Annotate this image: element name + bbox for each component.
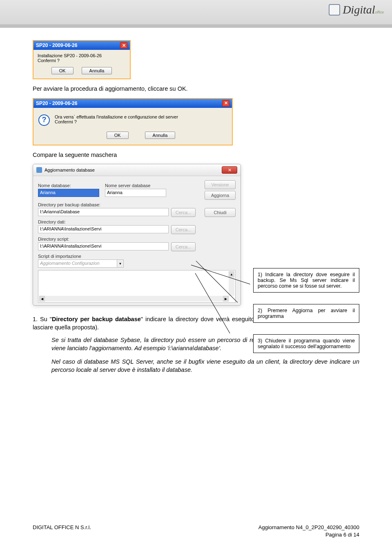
scrollbar-vertical[interactable]: ▲ — [229, 271, 234, 296]
select-script-import[interactable]: Aggiornamento Configurazion — [38, 259, 117, 268]
confirm-dialog-1: SP20 - 2009-06-26 ✕ Installazione SP20 -… — [33, 40, 131, 79]
label-script-import: Script di importazione — [38, 254, 124, 259]
input-dir-backup[interactable]: I:\Arianna\Database — [38, 208, 169, 216]
logo-subtext: office — [375, 10, 384, 14]
header-divider — [0, 25, 392, 28]
callout-2: 2) Premere Aggiorna per avviare il progr… — [253, 304, 359, 323]
close-icon[interactable]: ✕ — [120, 42, 127, 49]
dialog-message-line2: Confermi ? — [55, 119, 227, 124]
dialog-message-line1: Ora verra` effettuata l'installazione e … — [55, 114, 227, 119]
page-footer: DIGITAL OFFICE N S.r.l. Aggiornamento N4… — [33, 524, 359, 530]
logo-mark-icon — [329, 4, 340, 16]
chiudi-button[interactable]: Chiudi — [205, 208, 236, 217]
scroll-left-icon[interactable]: ◀ — [39, 296, 45, 302]
brand-logo: Digitaloffice — [329, 3, 384, 16]
label-dir-script: Directory script: — [38, 237, 196, 241]
versione-button[interactable]: Versione — [205, 180, 236, 189]
footer-doc-ref: Aggiornamento N4_0_2P20_40290_40300 — [258, 524, 359, 530]
app-icon — [36, 167, 42, 173]
dialog-title: SP20 - 2009-06-26 — [36, 42, 77, 48]
page-number: Pagina 6 di 14 — [325, 532, 359, 538]
db-update-window: Aggiornamento database ✕ Nome database: … — [33, 164, 241, 306]
scroll-up-icon[interactable]: ▲ — [229, 271, 234, 277]
dialog-titlebar: SP20 - 2009-06-26 ✕ — [33, 41, 130, 50]
scroll-right-icon[interactable]: ▶ — [223, 296, 229, 302]
paragraph-intro-2: Compare la seguente maschera — [33, 151, 359, 159]
label-nome-db: Nome database: — [38, 183, 99, 188]
ok-button[interactable]: OK — [107, 132, 129, 139]
input-nome-db[interactable]: Arianna — [38, 189, 99, 197]
scrollbar-horizontal[interactable]: ◀ ▶ — [39, 296, 229, 302]
label-nome-server: Nome server database — [105, 183, 166, 188]
close-icon[interactable]: ✕ — [222, 166, 237, 174]
dialog-message-line2: Confermi ? — [38, 58, 126, 63]
callout-1: 1) Indicare la directory dove eseguire i… — [253, 268, 359, 293]
input-dir-dati[interactable]: I:\ARIANNA\Installazione\Servi — [38, 225, 169, 233]
cerca-button[interactable]: Cerca... — [171, 208, 196, 217]
window-title: Aggiornamento database — [45, 168, 95, 172]
callout-3: 3) Chiudere il programma quando viene se… — [253, 334, 359, 353]
cancel-button[interactable]: Annulla — [145, 132, 176, 139]
cancel-button[interactable]: Annulla — [82, 67, 112, 74]
callouts-group: 1) Indicare la directory dove eseguire i… — [253, 268, 359, 364]
label-dir-backup: Directory per backup database: — [38, 202, 196, 207]
window-titlebar: Aggiornamento database ✕ — [33, 164, 241, 176]
cerca-button[interactable]: Cerca... — [171, 242, 196, 251]
input-nome-server[interactable]: Arianna — [105, 189, 166, 197]
paragraph-intro-1: Per avviare la procedura di aggiornament… — [33, 85, 359, 93]
aggiorna-button[interactable]: Aggiorna — [205, 191, 236, 200]
confirm-dialog-2: SP20 - 2009-06-26 ✕ ? Ora verra` effettu… — [33, 98, 233, 145]
dialog-titlebar: SP20 - 2009-06-26 ✕ — [33, 99, 232, 108]
dialog-message-line1: Installazione SP20 - 2009-06-26 — [38, 53, 126, 58]
input-dir-script[interactable]: I:\ARIANNA\Installazione\Servi — [38, 242, 169, 250]
footer-company: DIGITAL OFFICE N S.r.l. — [33, 524, 91, 530]
close-icon[interactable]: ✕ — [222, 100, 229, 107]
label-dir-dati: Directory dati: — [38, 219, 196, 224]
cerca-button[interactable]: Cerca... — [171, 225, 196, 234]
logo-text: Digital — [343, 3, 375, 16]
chevron-down-icon[interactable]: ▼ — [117, 259, 124, 268]
ok-button[interactable]: OK — [51, 67, 74, 74]
question-icon: ? — [38, 114, 50, 126]
page-header: Digitaloffice — [0, 0, 392, 25]
log-textarea[interactable]: ▲ ◀ ▶ — [38, 270, 236, 303]
bold-term: Directory per backup database — [52, 316, 141, 322]
dialog-title: SP20 - 2009-06-26 — [36, 101, 77, 106]
